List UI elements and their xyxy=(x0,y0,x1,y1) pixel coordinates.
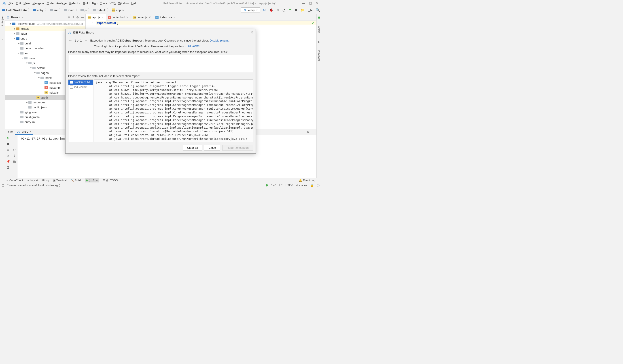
settings-gear-icon[interactable]: ⚙ xyxy=(76,16,79,19)
run-config-tab[interactable]: entry ✕ xyxy=(15,129,33,135)
toolwindow-gradle-tab[interactable]: Gradle xyxy=(318,26,320,33)
attachment-list[interactable]: ✓ stacktrace.txt induced.txt xyxy=(68,80,93,142)
crumb-project[interactable]: HelloWorldLite xyxy=(1,8,27,12)
menu-tools[interactable]: Tools xyxy=(100,1,107,5)
stop-button[interactable] xyxy=(295,8,297,12)
tab-terminal[interactable]: ▣ Terminal xyxy=(53,179,67,182)
run-settings-icon[interactable]: ⚙ xyxy=(307,130,310,134)
rerun-button[interactable]: ↻ xyxy=(7,137,9,140)
file-encoding[interactable]: UTF-8 xyxy=(286,184,293,187)
print-button[interactable]: 🖶 xyxy=(13,160,16,163)
memory-indicator-icon[interactable]: ◯ xyxy=(317,184,320,187)
disable-plugin-link[interactable]: Disable plugin... xyxy=(210,39,230,42)
delete-button[interactable]: 🗑 xyxy=(6,165,10,169)
menu-code[interactable]: Code xyxy=(47,1,54,5)
layout-button[interactable]: ≡ xyxy=(7,148,9,152)
close-tab-icon[interactable]: ✕ xyxy=(102,16,104,19)
menu-file[interactable]: FFileile xyxy=(8,1,13,5)
checkbox-icon[interactable]: ✓ xyxy=(70,81,73,84)
crumb-src[interactable]: src xyxy=(49,8,58,12)
clear-all-button[interactable]: Clear all xyxy=(183,145,202,151)
checkbox-icon[interactable] xyxy=(70,85,73,89)
avd-button[interactable]: ▢▸ xyxy=(308,8,313,12)
tab-build[interactable]: 🔨 Build xyxy=(70,179,81,182)
menu-edit[interactable]: Edit xyxy=(16,1,21,5)
report-vendor-link[interactable]: HUAWEI xyxy=(188,45,200,48)
crumb-default[interactable]: default xyxy=(92,8,107,12)
readonly-lock-icon[interactable]: 🔓 xyxy=(310,184,313,187)
crumb-main[interactable]: main xyxy=(63,8,75,12)
menu-view[interactable]: View xyxy=(23,1,30,5)
stacktrace-viewer[interactable]: java.lang.Throwable: Connection refused:… xyxy=(94,80,253,142)
editor-tab-index-hml[interactable]: Hindex.hml✕ xyxy=(106,14,131,20)
line-separator[interactable]: LF xyxy=(279,184,282,187)
close-button[interactable]: Close xyxy=(204,145,220,151)
hml-file-icon: H xyxy=(108,16,111,19)
close-run-tab-icon[interactable]: ✕ xyxy=(29,130,32,133)
menu-build[interactable]: Build xyxy=(83,1,89,5)
editor-tab-index-css[interactable]: cssindex.css✕ xyxy=(153,14,178,20)
down-button[interactable]: ↓ xyxy=(13,142,15,146)
stop-run-button[interactable] xyxy=(7,142,9,146)
search-everywhere-button[interactable]: 🔍 xyxy=(316,8,320,12)
toolwindow-previewer-tab[interactable]: Previewer xyxy=(318,50,320,61)
menu-run[interactable]: Run xyxy=(92,1,97,5)
menu-help[interactable]: Help xyxy=(131,1,137,5)
scroll-end-button[interactable]: ⤓ xyxy=(13,154,16,158)
close-tab-icon[interactable]: ✕ xyxy=(149,16,151,19)
tab-todo[interactable]: ☰ 6: TODO xyxy=(103,179,118,182)
tree-item-HelloWorldLite[interactable]: ▼HelloWorldLiteC:\Users\Administrator\De… xyxy=(5,21,86,26)
pin-button[interactable]: 📌 xyxy=(6,160,10,163)
refresh-button[interactable]: ↻ xyxy=(263,8,266,12)
gradle-tool-icon[interactable]: ⬢ xyxy=(318,16,320,19)
crumb-file[interactable]: JSapp.js xyxy=(111,8,125,12)
tree-node-icon xyxy=(28,106,32,109)
menu-refactor[interactable]: Refactor xyxy=(69,1,80,5)
tab-logcat[interactable]: ≡ Logcat xyxy=(27,179,38,182)
previewer-tool-icon[interactable]: ◐ xyxy=(318,40,320,43)
prev-error-button[interactable]: ← xyxy=(68,38,72,43)
expand-all-button[interactable]: ⇕ xyxy=(72,16,74,19)
close-tab-icon[interactable]: ✕ xyxy=(174,16,176,19)
caret-position[interactable]: 3:46 xyxy=(271,184,276,187)
details-textarea[interactable] xyxy=(68,55,253,73)
menu-navigate[interactable]: Navigate xyxy=(32,1,44,5)
bookmark-icon[interactable]: ▫ xyxy=(2,37,3,41)
crumb-entry[interactable]: entry xyxy=(32,8,44,12)
minimize-button[interactable]: — xyxy=(302,1,305,5)
inspection-ok-icon[interactable]: ✔ xyxy=(312,21,315,25)
dialog-close-icon[interactable]: ✕ xyxy=(250,30,253,35)
open-connected-button[interactable]: 📁 xyxy=(300,8,305,12)
maximize-button[interactable]: ▢ xyxy=(309,1,312,5)
editor-tab-index-js[interactable]: JSindex.js✕ xyxy=(131,14,153,20)
up-button[interactable]: ↑ xyxy=(13,137,15,140)
project-view-title[interactable]: Project xyxy=(11,16,20,19)
editor-tab-app-js[interactable]: JSapp.js✕ xyxy=(86,14,106,21)
status-icon[interactable]: ▢ xyxy=(2,184,4,187)
tab-codecheck[interactable]: ✓ CodeCheck xyxy=(6,179,23,182)
debug-button[interactable]: 🐞 xyxy=(269,8,273,12)
hide-run-button[interactable]: — xyxy=(312,130,315,134)
next-error-button[interactable]: → xyxy=(84,38,88,43)
tab-run[interactable]: 4: Run xyxy=(85,179,99,182)
profiler-button[interactable]: ◔ xyxy=(282,8,285,12)
soft-wrap-button[interactable]: ↩ xyxy=(13,148,16,152)
run-coverage-button[interactable]: ↻ xyxy=(276,8,279,12)
menu-analyze[interactable]: Analyze xyxy=(56,1,67,5)
run-configuration-select[interactable]: entry xyxy=(241,7,260,13)
attachment-induced[interactable]: induced.txt xyxy=(68,85,93,90)
close-window-button[interactable]: ✕ xyxy=(316,1,319,5)
dump-threads-button[interactable]: ⇲ xyxy=(7,154,9,158)
attachment-stacktrace[interactable]: ✓ stacktrace.txt xyxy=(68,80,93,85)
hide-button[interactable]: — xyxy=(81,16,84,19)
indent-info[interactable]: 4 spaces xyxy=(296,184,307,187)
tab-hilog[interactable]: HiLog xyxy=(42,179,49,182)
tab-eventlog[interactable]: 🔔 Event Log xyxy=(299,179,315,182)
toolwindow-project-tab[interactable]: 1: Project xyxy=(1,16,4,26)
select-opened-file-button[interactable]: ⊕ xyxy=(68,16,70,19)
close-tab-icon[interactable]: ✕ xyxy=(126,16,128,19)
menu-window[interactable]: Window xyxy=(118,1,129,5)
crumb-js[interactable]: js xyxy=(80,8,88,12)
attach-debug-button[interactable]: ⯐ xyxy=(289,8,292,12)
menu-vcs[interactable]: VCS xyxy=(110,1,116,5)
